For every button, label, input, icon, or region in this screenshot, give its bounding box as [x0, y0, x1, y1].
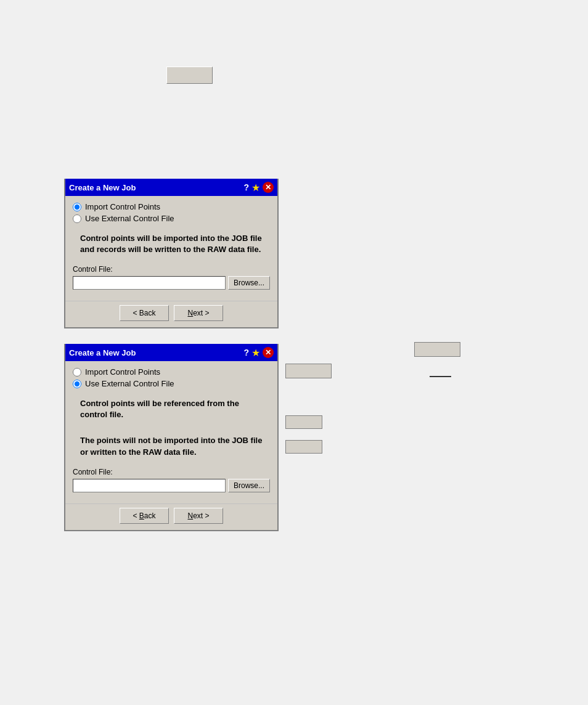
dialog-create-job-1: Create a New Job ? ★ ✕ Import Control Po…: [64, 179, 279, 328]
control-file-label-1: Control File:: [73, 265, 270, 274]
radio-import-2[interactable]: [73, 368, 81, 377]
next-button-2[interactable]: Next >: [174, 508, 223, 524]
dialog-icons-1: ? ★ ✕: [243, 182, 274, 194]
radio-group-1: Import Control Points Use External Contr…: [73, 202, 270, 223]
file-input-1[interactable]: [73, 276, 226, 290]
file-row-2: Browse...: [73, 479, 270, 492]
radio-item-external-1: Use External Control File: [73, 214, 270, 223]
back-button-2[interactable]: < Back: [120, 508, 169, 524]
help-icon-1[interactable]: ?: [243, 182, 249, 192]
radio-import-label-1: Import Control Points: [85, 202, 160, 211]
radio-item-import-2: Import Control Points: [73, 367, 270, 377]
info-text-2b: The points will not be imported into the…: [73, 430, 270, 462]
control-file-label-2: Control File:: [73, 468, 270, 476]
star-icon-1[interactable]: ★: [251, 182, 260, 194]
dialog-footer-2: < Back Next >: [65, 503, 277, 530]
right-box-2: [285, 364, 332, 378]
radio-item-import-1: Import Control Points: [73, 202, 270, 211]
dialog-content-1: Import Control Points Use External Contr…: [65, 196, 277, 301]
dialog-create-job-2: Create a New Job ? ★ ✕ Import Control Po…: [64, 344, 279, 531]
radio-import-label-2: Import Control Points: [85, 367, 160, 377]
radio-external-label-2: Use External Control File: [85, 379, 174, 388]
dialog-titlebar-1: Create a New Job ? ★ ✕: [65, 179, 277, 196]
radio-external-1[interactable]: [73, 214, 81, 223]
info-text-1: Control points will be imported into the…: [73, 228, 270, 260]
star-icon-2[interactable]: ★: [251, 347, 260, 359]
dialog-footer-1: < < BackBack Next >Next >: [65, 301, 277, 327]
dialog-title-1: Create a New Job: [69, 183, 136, 192]
radio-import-1[interactable]: [73, 203, 81, 211]
right-box-3: [285, 415, 322, 429]
next-button-1[interactable]: Next >Next >: [174, 305, 223, 321]
file-row-1: Browse...: [73, 276, 270, 290]
close-button-2[interactable]: ✕: [263, 347, 274, 358]
browse-button-2[interactable]: Browse...: [228, 479, 270, 492]
right-underline: [430, 376, 451, 377]
right-box-1: [414, 342, 460, 357]
radio-group-2: Import Control Points Use External Contr…: [73, 367, 270, 388]
top-button[interactable]: [166, 67, 213, 84]
radio-external-2[interactable]: [73, 380, 81, 388]
info-text-2a: Control points will be referenced from t…: [73, 393, 270, 425]
radio-item-external-2: Use External Control File: [73, 379, 270, 388]
help-icon-2[interactable]: ?: [243, 348, 249, 357]
browse-button-1[interactable]: Browse...: [228, 276, 270, 290]
radio-external-label-1: Use External Control File: [85, 214, 174, 223]
close-button-1[interactable]: ✕: [263, 182, 274, 193]
right-box-4: [285, 440, 322, 454]
dialog-content-2: Import Control Points Use External Contr…: [65, 361, 277, 503]
back-button-1[interactable]: < < BackBack: [120, 305, 169, 321]
dialog-icons-2: ? ★ ✕: [243, 347, 274, 359]
file-input-2[interactable]: [73, 479, 226, 492]
dialog-title-2: Create a New Job: [69, 348, 136, 357]
dialog-titlebar-2: Create a New Job ? ★ ✕: [65, 344, 277, 361]
